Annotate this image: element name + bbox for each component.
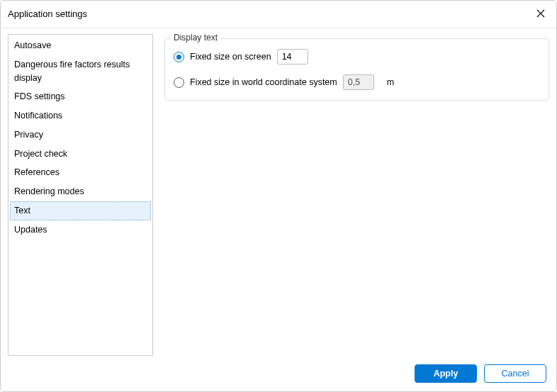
radio-fixed-world[interactable] <box>174 77 184 88</box>
sidebar-item-label: FDS settings <box>14 91 65 101</box>
sidebar-item-project-check[interactable]: Project check <box>10 145 151 164</box>
option-fixed-screen-label[interactable]: Fixed size on screen <box>190 52 271 62</box>
option-fixed-screen-row: Fixed size on screen <box>174 49 540 65</box>
sidebar-item-updates[interactable]: Updates <box>10 220 151 240</box>
group-title: Display text <box>171 33 220 43</box>
main-panel: Display text Fixed size on screen Fixed … <box>164 34 549 356</box>
dialog-footer: Apply Cancel <box>1 356 556 391</box>
sidebar-item-rendering-modes[interactable]: Rendering modes <box>10 182 151 201</box>
option-fixed-world-row: Fixed size in world coordinate system m <box>174 74 540 90</box>
content-area: Autosave Dangerous fire factors results … <box>1 28 556 356</box>
cancel-button-label: Cancel <box>502 369 529 379</box>
option-fixed-world-label[interactable]: Fixed size in world coordinate system <box>190 77 337 87</box>
sidebar-item-label: Autosave <box>14 40 51 50</box>
sidebar-item-dangerous-fire[interactable]: Dangerous fire factors results display <box>10 55 151 88</box>
settings-sidebar: Autosave Dangerous fire factors results … <box>8 34 153 356</box>
titlebar: Application settings <box>1 1 556 28</box>
sidebar-item-label: Project check <box>14 149 67 159</box>
sidebar-item-label: Text <box>14 206 30 215</box>
sidebar-item-fds-settings[interactable]: FDS settings <box>10 87 151 106</box>
sidebar-item-autosave[interactable]: Autosave <box>10 36 151 55</box>
close-button[interactable] <box>532 5 549 22</box>
window-title: Application settings <box>8 9 87 19</box>
apply-button[interactable]: Apply <box>415 364 477 383</box>
sidebar-item-references[interactable]: References <box>10 163 151 182</box>
apply-button-label: Apply <box>434 369 458 379</box>
sidebar-item-label: Dangerous fire factors results display <box>14 60 130 83</box>
sidebar-item-label: References <box>14 167 60 177</box>
fixed-world-unit: m <box>387 77 394 87</box>
cancel-button[interactable]: Cancel <box>484 364 546 383</box>
sidebar-item-label: Privacy <box>14 130 43 140</box>
sidebar-item-privacy[interactable]: Privacy <box>10 125 151 145</box>
sidebar-item-label: Updates <box>14 225 47 235</box>
sidebar-item-label: Rendering modes <box>14 186 84 196</box>
radio-fixed-screen[interactable] <box>174 52 184 62</box>
sidebar-item-notifications[interactable]: Notifications <box>10 106 151 125</box>
fixed-world-size-input[interactable] <box>343 74 374 90</box>
close-icon <box>536 9 545 18</box>
sidebar-item-text[interactable]: Text <box>10 201 151 220</box>
display-text-group: Display text Fixed size on screen Fixed … <box>164 38 549 101</box>
sidebar-item-label: Notifications <box>14 111 62 121</box>
fixed-screen-size-input[interactable] <box>277 49 308 65</box>
settings-window: Application settings Autosave Dangerous … <box>0 0 557 392</box>
